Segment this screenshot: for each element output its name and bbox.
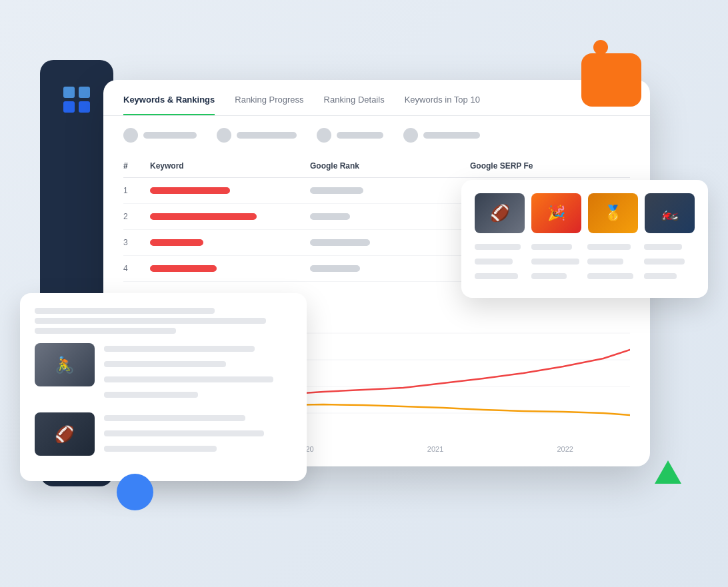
filter-label-2: [237, 132, 297, 139]
card-item-1: 🚴: [35, 343, 292, 403]
text-line: [104, 361, 226, 367]
grid-text-line: [587, 259, 623, 265]
orange-card-decoration: [581, 53, 641, 107]
card-image-cycling: 🚴: [35, 343, 95, 386]
row-num-1: 1: [123, 186, 150, 195]
grid-image-4: 🏍️: [645, 193, 695, 233]
text-line: [104, 415, 245, 421]
sidebar-logo: [63, 87, 90, 113]
tab-keywords-top10[interactable]: Keywords in Top 10: [405, 95, 480, 115]
text-line: [104, 346, 255, 352]
grid-col-3: [587, 244, 639, 285]
filter-label-4: [423, 132, 480, 139]
filter-label-1: [143, 132, 197, 139]
card-grid-text: [475, 244, 695, 285]
grid-text-line: [531, 244, 572, 250]
filter-label-3: [337, 132, 383, 139]
card-text-football: [104, 412, 292, 457]
green-triangle-decoration: [655, 460, 681, 484]
filter-icon-3: [317, 128, 331, 143]
col-header-num: #: [123, 161, 150, 171]
col-header-serp: Google SERP Fe: [470, 161, 630, 171]
card-text-cycling: [104, 343, 292, 403]
row-num-4: 4: [123, 264, 150, 273]
nav-tabs: Keywords & Rankings Ranking Progress Ran…: [103, 80, 650, 116]
grid-image-2: 🎉: [531, 193, 581, 233]
grid-text-line: [475, 244, 521, 250]
grid-col-2: [531, 244, 583, 285]
grid-text-line: [587, 244, 631, 250]
logo-block-2: [79, 87, 90, 98]
grid-text-line: [644, 259, 685, 265]
filter-icon-1: [123, 128, 138, 143]
table-header: # Keyword Google Rank Google SERP Fe: [123, 155, 630, 178]
card-images-grid: 🏈 🎉 🥇 🏍️: [475, 193, 695, 233]
col-header-rank: Google Rank: [310, 161, 470, 171]
orange-dot-decoration: [593, 40, 608, 55]
grid-image-1: 🏈: [475, 193, 525, 233]
blue-circle-decoration: [117, 474, 153, 510]
chart-label-2022: 2022: [557, 445, 573, 453]
logo-block-4: [79, 101, 90, 113]
text-line: [104, 446, 217, 452]
floating-card-left: 🚴 🏈: [20, 293, 307, 481]
grid-text-line: [475, 259, 513, 265]
card-header-line-1: [35, 308, 215, 314]
grid-col-4: [644, 244, 695, 285]
logo-block-3: [63, 101, 75, 113]
grid-text-line: [531, 273, 567, 279]
filter-icon-4: [403, 128, 418, 143]
filter-bar: [103, 116, 650, 155]
floating-card-right: 🏈 🎉 🥇 🏍️: [461, 180, 708, 298]
grid-text-line: [475, 273, 518, 279]
row-num-2: 2: [123, 212, 150, 221]
chart-label-2021: 2021: [427, 445, 443, 453]
tab-keywords-rankings[interactable]: Keywords & Rankings: [123, 95, 215, 115]
row-num-3: 3: [123, 238, 150, 247]
card-header-line-2: [35, 318, 266, 324]
grid-text-line: [587, 273, 633, 279]
filter-icon-2: [217, 128, 231, 143]
card-item-2: 🏈: [35, 412, 292, 457]
tab-ranking-details[interactable]: Ranking Details: [324, 95, 385, 115]
grid-image-3: 🥇: [588, 193, 638, 233]
grid-col-1: [475, 244, 526, 285]
text-line: [104, 392, 198, 398]
text-line: [104, 430, 264, 436]
grid-text-line: [644, 273, 677, 279]
grid-text-line: [644, 244, 682, 250]
tab-ranking-progress[interactable]: Ranking Progress: [235, 95, 303, 115]
text-line: [104, 376, 273, 382]
grid-text-line: [531, 259, 580, 265]
col-header-keyword: Keyword: [150, 161, 310, 171]
card-image-football: 🏈: [35, 412, 95, 456]
logo-block-1: [63, 87, 75, 98]
card-header-line-3: [35, 328, 176, 334]
